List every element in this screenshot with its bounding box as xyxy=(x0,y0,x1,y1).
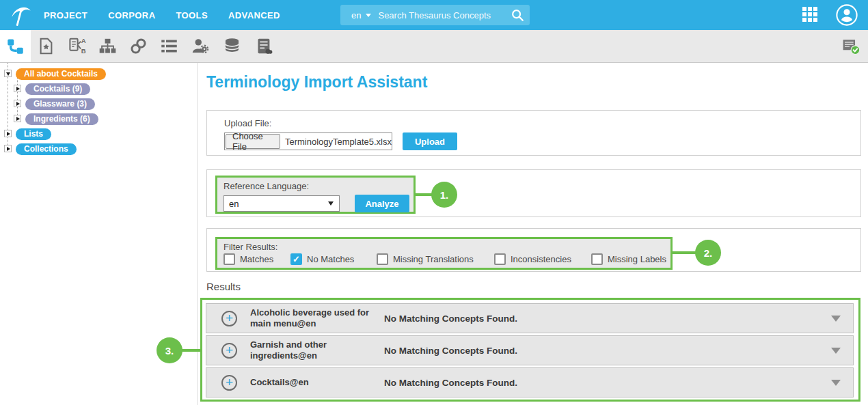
results-heading: Results xyxy=(206,281,241,292)
upload-card: Upload File: Choose File TerminologyTemp… xyxy=(206,110,861,156)
apps-grid-icon[interactable] xyxy=(802,7,819,23)
filter-results-label: Filter Results: xyxy=(223,242,277,252)
tree-node-cocktails[interactable]: Cocktails (9) xyxy=(25,83,90,95)
filter-option-matches[interactable]: Matches xyxy=(223,253,273,265)
app-logo-icon[interactable] xyxy=(8,3,34,29)
checkbox-label: No Matches xyxy=(307,254,354,264)
annotation-box-2: Filter Results: Matches No Matches Missi… xyxy=(215,237,673,270)
results-list: Alcoholic beverage used for main menu@en… xyxy=(206,303,854,400)
svg-text:B: B xyxy=(81,47,86,55)
filter-option-no-matches[interactable]: No Matches xyxy=(290,253,354,265)
annotation-step-3: 3. xyxy=(157,337,182,363)
annotation-connector-3 xyxy=(181,349,202,352)
tree-expander-ingredients[interactable] xyxy=(14,115,21,122)
result-row[interactable]: Cocktails@en No Matching Concepts Found. xyxy=(206,367,854,397)
checkbox-icon[interactable] xyxy=(223,253,235,265)
list-icon[interactable] xyxy=(154,30,185,62)
annotation-connector-2 xyxy=(671,251,697,254)
thesaurus-search: en xyxy=(340,5,530,25)
checkbox-label: Missing Labels xyxy=(608,254,666,264)
tree-expander-glassware[interactable] xyxy=(14,100,21,107)
upload-file-label: Upload File: xyxy=(224,118,271,128)
annotation-box-3: Alcoholic beverage used for main menu@en… xyxy=(200,298,860,402)
result-row[interactable]: Garnish and other ingredients@en No Matc… xyxy=(206,335,854,365)
result-row[interactable]: Alcoholic beverage used for main menu@en… xyxy=(206,303,854,333)
annotation-step-1: 1. xyxy=(431,182,457,208)
checkbox-label: Inconsistencies xyxy=(511,254,571,264)
user-roles-icon[interactable] xyxy=(185,30,215,62)
checkbox-label: Missing Translations xyxy=(393,254,474,264)
hierarchy-icon[interactable] xyxy=(92,30,123,62)
tree-expander-lists[interactable] xyxy=(4,130,12,137)
page-title: Terminology Import Assistant xyxy=(206,73,427,92)
search-icon[interactable] xyxy=(505,5,530,25)
filter-option-missing-labels[interactable]: Missing Labels xyxy=(591,253,666,265)
chevron-down-icon[interactable] xyxy=(831,348,841,354)
link-icon[interactable] xyxy=(123,30,154,62)
chevron-down-icon xyxy=(328,201,334,206)
expand-plus-icon[interactable] xyxy=(221,343,237,359)
filter-checkbox-row: Matches No Matches Missing Translations … xyxy=(217,253,670,267)
annotation-step-2: 2. xyxy=(695,240,721,266)
analyze-button[interactable]: Analyze xyxy=(355,195,409,212)
tree-node-collections[interactable]: Collections xyxy=(16,143,77,155)
tree-node-glassware[interactable]: Glassware (3) xyxy=(25,98,95,110)
concept-scheme-icon[interactable] xyxy=(0,30,31,62)
menu-corpora[interactable]: CORPORA xyxy=(108,10,155,20)
checkbox-icon[interactable] xyxy=(494,253,506,265)
checkbox-icon[interactable] xyxy=(591,253,603,265)
menu-project[interactable]: PROJECT xyxy=(44,10,87,20)
selected-filename: TerminologyTemplate5.xlsx xyxy=(280,137,392,147)
database-icon[interactable] xyxy=(217,30,247,62)
search-input[interactable] xyxy=(378,10,505,20)
result-term: Cocktails@en xyxy=(250,377,384,388)
result-status: No Matching Concepts Found. xyxy=(384,313,819,324)
tree-node-root[interactable]: All about Cocktails xyxy=(16,68,106,80)
result-term: Garnish and other ingredients@en xyxy=(250,339,384,362)
report-status-ok-icon[interactable] xyxy=(839,36,863,57)
candidate-extraction-icon[interactable]: A B xyxy=(62,30,92,62)
expand-plus-icon[interactable] xyxy=(221,311,237,326)
menu-advanced[interactable]: ADVANCED xyxy=(228,10,280,20)
svg-text:A: A xyxy=(81,37,86,44)
reference-language-value: en xyxy=(224,199,328,209)
user-avatar-icon[interactable] xyxy=(835,3,858,27)
tree-guide-line xyxy=(17,76,18,117)
view-toolbar: A B xyxy=(0,30,868,63)
upload-button[interactable]: Upload xyxy=(403,132,457,150)
topbar: PROJECT CORPORA TOOLS ADVANCED en xyxy=(0,0,868,30)
tree-expander-cocktails[interactable] xyxy=(14,85,21,92)
filter-option-inconsistencies[interactable]: Inconsistencies xyxy=(494,253,571,265)
chevron-down-icon xyxy=(366,14,371,17)
search-language-dropdown[interactable]: en xyxy=(340,10,378,20)
tree-expander-collections[interactable] xyxy=(4,145,12,152)
chevron-down-icon[interactable] xyxy=(831,316,841,322)
result-status: No Matching Concepts Found. xyxy=(384,346,819,356)
main-menu: PROJECT CORPORA TOOLS ADVANCED xyxy=(44,0,280,30)
result-status: No Matching Concepts Found. xyxy=(384,378,819,388)
reference-language-select[interactable]: en xyxy=(223,195,340,212)
tree-expander-root[interactable] xyxy=(4,70,12,77)
tree-node-lists[interactable]: Lists xyxy=(16,128,51,140)
reference-language-label: Reference Language: xyxy=(223,181,309,191)
checkbox-icon[interactable] xyxy=(377,253,388,265)
file-input[interactable]: Choose File TerminologyTemplate5.xlsx xyxy=(224,132,392,150)
search-language-value: en xyxy=(351,10,361,20)
chevron-down-icon[interactable] xyxy=(831,380,841,386)
app-window: PROJECT CORPORA TOOLS ADVANCED en xyxy=(0,0,868,405)
choose-file-button[interactable]: Choose File xyxy=(226,134,280,149)
menu-tools[interactable]: TOOLS xyxy=(176,10,208,20)
document-star-icon[interactable] xyxy=(31,30,62,62)
result-term: Alcoholic beverage used for main menu@en xyxy=(250,307,384,330)
server-sync-icon[interactable] xyxy=(249,30,280,62)
annotation-connector-1 xyxy=(413,193,433,196)
tree-node-ingredients[interactable]: Ingredients (6) xyxy=(25,113,98,125)
filter-option-missing-translations[interactable]: Missing Translations xyxy=(377,253,474,265)
annotation-box-1: Reference Language: en Analyze xyxy=(215,176,416,214)
checkbox-label: Matches xyxy=(240,254,273,264)
expand-plus-icon[interactable] xyxy=(221,375,237,391)
checkbox-icon[interactable] xyxy=(290,253,302,265)
